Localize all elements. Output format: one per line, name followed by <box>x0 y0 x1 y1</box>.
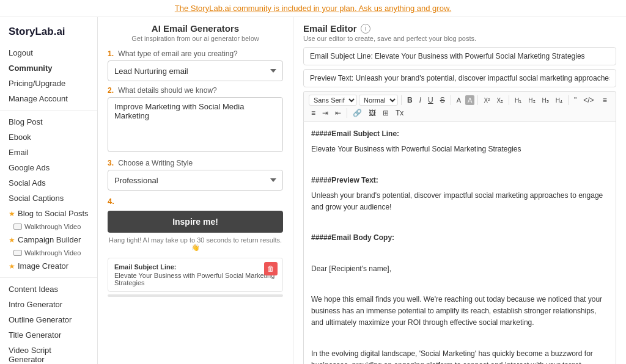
star-icon-campaign: ★ <box>9 236 15 244</box>
font-family-select[interactable]: Sans Serif <box>309 95 357 106</box>
h1-button[interactable]: H₁ <box>512 96 524 105</box>
sidebar-item-social-captions[interactable]: Social Captions <box>0 191 97 206</box>
indent-button[interactable]: ⇥ <box>320 107 331 118</box>
info-icon[interactable]: i <box>361 24 370 34</box>
hang-tight-text: Hang tight! AI may take up to 30 seconds… <box>108 236 283 252</box>
history-card: Email Subject Line: Elevate Your Busines… <box>108 258 283 292</box>
step2-label: 2. What details should we know? <box>108 86 283 95</box>
toolbar-divider-6 <box>347 108 347 118</box>
font-style-select[interactable]: Normal <box>359 95 398 106</box>
preview-text-input[interactable] <box>303 69 616 87</box>
h2-button[interactable]: H₂ <box>526 96 537 105</box>
sidebar-item-image-creator[interactable]: ★ Image Creator <box>0 258 97 274</box>
star-icon-image: ★ <box>9 262 15 271</box>
center-title: AI Email Generators <box>108 23 283 34</box>
sidebar-item-title-gen[interactable]: Title Generator <box>0 327 97 343</box>
history-card-title: Email Subject Line: <box>114 263 276 271</box>
sidebar-item-campaign-builder[interactable]: ★ Campaign Builder <box>0 232 97 247</box>
writing-style-select[interactable]: ProfessionalCasualFormalFriendly <box>108 170 283 191</box>
history-card-text: Elevate Your Business with Powerful Soci… <box>114 272 276 286</box>
toolbar-divider-1 <box>401 95 402 105</box>
editor-title: Email Editor <box>303 23 357 34</box>
sidebar-item-walkthrough-2[interactable]: Walkthrough Video <box>0 247 97 258</box>
sidebar-item-ebook[interactable]: Ebook <box>0 129 97 145</box>
italic-button[interactable]: I <box>417 95 424 106</box>
main-layout: StoryLab.ai Logout Community Pricing/Upg… <box>0 17 626 364</box>
center-panel: AI Email Generators Get inspiration from… <box>98 17 293 364</box>
subject-heading: #####Email Subject Line: <box>311 129 399 138</box>
sidebar-item-content-ideas[interactable]: Content Ideas <box>0 282 97 297</box>
code-button[interactable]: </> <box>581 95 596 106</box>
step4-container: 4. Inspire me! <box>108 197 283 233</box>
editor-subtitle: Use our editor to create, save and perfe… <box>303 35 616 42</box>
clear-format-button[interactable]: Tx <box>393 107 406 118</box>
sidebar-item-walkthrough-1[interactable]: Walkthrough Video <box>0 221 97 232</box>
video-icon-2 <box>13 250 22 256</box>
sidebar-item-blog-to-social[interactable]: ★ Blog to Social Posts <box>0 206 97 221</box>
details-textarea[interactable]: <span class="textarea-underline">Improve… <box>108 97 283 152</box>
sidebar-item-intro-gen[interactable]: Intro Generator <box>0 297 97 312</box>
history-scrollbar <box>108 294 283 297</box>
align-left-button[interactable]: ≡ <box>600 95 609 106</box>
star-icon-blog: ★ <box>9 209 15 218</box>
sidebar-item-pricing[interactable]: Pricing/Upgrade <box>0 76 97 91</box>
text-color-button[interactable]: A <box>454 95 463 105</box>
subject-line-input[interactable] <box>303 47 616 65</box>
subject-line-body: Elevate Your Business with Powerful Soci… <box>311 144 608 155</box>
paragraph-1: We hope this email finds you well. We're… <box>311 294 608 329</box>
sidebar-item-blog-post[interactable]: Blog Post <box>0 114 97 129</box>
toolbar-divider-5 <box>568 95 569 105</box>
editor-body[interactable]: #####Email Subject Line: Elevate Your Bu… <box>303 122 616 364</box>
paragraph-2: In the evolving digital landscape, 'Soci… <box>311 348 608 364</box>
sidebar-item-manage[interactable]: Manage Account <box>0 91 97 106</box>
preview-text-body: Unleash your brand's potential, discover… <box>311 190 608 213</box>
outdent-button[interactable]: ⇤ <box>333 107 344 118</box>
sidebar-item-video-script[interactable]: Video Script Generator <box>0 343 97 364</box>
delete-history-button[interactable]: 🗑 <box>264 262 278 275</box>
subscript-button[interactable]: X₂ <box>494 96 506 105</box>
sidebar-item-outline-gen[interactable]: Outline Generator <box>0 312 97 327</box>
body-copy-heading: #####Email Body Copy: <box>311 233 394 242</box>
step1-label: 1. What type of email are you creating? <box>108 49 283 58</box>
sidebar-item-social-ads[interactable]: Social Ads <box>0 175 97 191</box>
editor-header: Email Editor i <box>303 23 616 34</box>
h3-button[interactable]: H₃ <box>540 96 551 105</box>
strikethrough-button[interactable]: S <box>438 95 447 106</box>
right-panel: Email Editor i Use our editor to create,… <box>293 17 626 364</box>
bold-button[interactable]: B <box>405 95 415 106</box>
divider-1 <box>0 110 97 111</box>
top-banner: The StoryLab.ai community is included in… <box>0 0 626 17</box>
editor-toolbar: Sans Serif Normal B I U S A A X² X₂ H₁ H… <box>303 91 616 122</box>
sidebar-item-logout[interactable]: Logout <box>0 45 97 60</box>
blockquote-button[interactable]: " <box>572 95 579 106</box>
inspire-button[interactable]: Inspire me! <box>108 211 283 233</box>
toolbar-divider-2 <box>451 95 451 105</box>
sidebar-item-email[interactable]: Email <box>0 145 97 160</box>
toolbar-divider-4 <box>509 95 509 105</box>
toolbar-divider-3 <box>477 95 478 105</box>
align-center-button[interactable]: ≡ <box>309 107 318 118</box>
h4-button[interactable]: H₄ <box>553 96 565 105</box>
step3-label: 3. Choose a Writing Style <box>108 159 283 167</box>
superscript-button[interactable]: X² <box>481 96 492 105</box>
divider-2 <box>0 277 97 278</box>
preview-heading: #####Preview Text: <box>311 176 378 184</box>
sidebar-item-google-ads[interactable]: Google Ads <box>0 160 97 175</box>
salutation: Dear [Recipient's name], <box>311 263 608 275</box>
bg-color-button[interactable]: A <box>465 95 474 105</box>
sidebar: StoryLab.ai Logout Community Pricing/Upg… <box>0 17 98 364</box>
banner-link[interactable]: The StoryLab.ai community is included in… <box>175 4 451 13</box>
email-type-select[interactable]: Lead Nurturing emailWelcome emailPromoti… <box>108 60 283 81</box>
image-button[interactable]: 🖼 <box>366 107 378 118</box>
table-button[interactable]: ⊞ <box>380 107 391 118</box>
sidebar-item-community[interactable]: Community <box>0 60 97 76</box>
sidebar-logo: StoryLab.ai <box>0 23 97 45</box>
video-icon-1 <box>13 224 22 230</box>
center-subtitle: Get inspiration from our ai generator be… <box>108 35 283 42</box>
link-button[interactable]: 🔗 <box>350 107 364 118</box>
underline-button[interactable]: U <box>425 95 436 106</box>
